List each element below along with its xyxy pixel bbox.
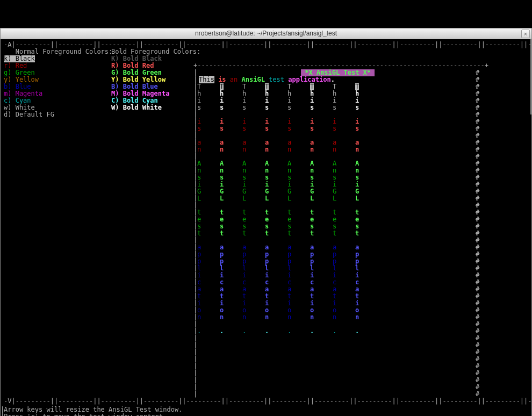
grid-letter: n [355,146,359,153]
grid-letter: n [242,146,246,153]
sentence-token: . [331,76,335,83]
grid-letter: s [287,125,291,132]
sentence-token [226,76,230,83]
grid-letter: t [355,230,359,237]
grid-letter: n [333,146,336,153]
scrollbar-thumb[interactable] [530,39,531,114]
grid-letter: . [242,328,246,335]
grid-letter: L [265,195,269,202]
close-button[interactable]: × [521,30,530,38]
window-titlebar: nrobertson@latitude: ~/Projects/ansigl/a… [1,28,531,39]
grid-letter: L [333,195,336,202]
grid-letter: . [220,328,224,335]
sentence-token: is [218,76,226,83]
grid-letter: t [197,230,201,237]
grid-letter: L [355,195,359,202]
grid-letter: s [333,104,336,111]
grid-letter: s [197,125,201,132]
grid-letter: n [242,314,246,321]
status-area: Arrow keys will resize the AnsiGL Test w… [4,406,182,416]
sentence-token: AnsiGL [242,76,265,83]
grid-letter: n [287,146,291,153]
grid-letter: n [287,314,291,321]
scrollbar[interactable] [530,39,531,416]
grid-letter: s [333,125,336,132]
grid-letter: n [197,146,201,153]
grid-letter: . [333,328,336,335]
grid-letter: t [287,230,291,237]
grid-letter: s [242,104,246,111]
terminal-viewport[interactable]: -A|---------||---------||---------||----… [1,39,531,416]
grid-letter: L [242,195,246,202]
grid-letter: t [265,230,269,237]
grid-letter: L [310,195,314,202]
grid-letter: s [197,104,201,111]
grid-letter: n [355,314,359,321]
grid-letter: n [197,314,201,321]
grid-letter: . [265,328,269,335]
grid-letter: s [355,104,359,111]
sentence-token: This [199,76,214,83]
grid-letter: n [333,314,336,321]
window-title: nrobertson@latitude: ~/Projects/ansigl/a… [195,30,337,37]
application-window: nrobertson@latitude: ~/Projects/ansigl/a… [0,28,532,416]
grid-letter: n [310,146,314,153]
grid-letter: t [333,230,336,237]
normal-color-item[interactable]: d) Default FG [4,111,54,118]
grid-letter: s [242,125,246,132]
grid-letter: s [355,125,359,132]
grid-letter: t [220,230,224,237]
ruler-bottom: -V|---------||---------||---------||----… [4,398,531,405]
sentence-token: an [230,76,238,83]
grid-letter: . [197,328,201,335]
grid-letter: n [265,314,269,321]
grid-letter: . [355,328,359,335]
close-icon: × [524,31,527,38]
grid-letter: s [287,104,291,111]
grid-letter: t [310,230,314,237]
sentence-token [238,76,241,83]
grid-letter: s [265,125,269,132]
grid-letter: L [220,195,224,202]
grid-letter: n [220,314,224,321]
bold-color-item[interactable]: W) Bold White [111,104,162,111]
grid-letter: n [310,314,314,321]
grid-letter: s [310,104,314,111]
grid-letter: . [310,328,314,335]
grid-letter: s [220,125,224,132]
sentence-token: test [269,76,284,83]
grid-letter: n [265,146,269,153]
grid-letter: L [197,195,201,202]
grid-letter: s [220,104,224,111]
grid-letter: L [287,195,291,202]
sentence-token: application [288,76,330,83]
grid-letter: s [265,104,269,111]
grid-letter: . [287,328,291,335]
grid-letter: n [220,146,224,153]
status-line: Press 'c' to move the test window conten… [4,413,182,416]
grid-letter: s [310,125,314,132]
grid-letter: t [242,230,246,237]
